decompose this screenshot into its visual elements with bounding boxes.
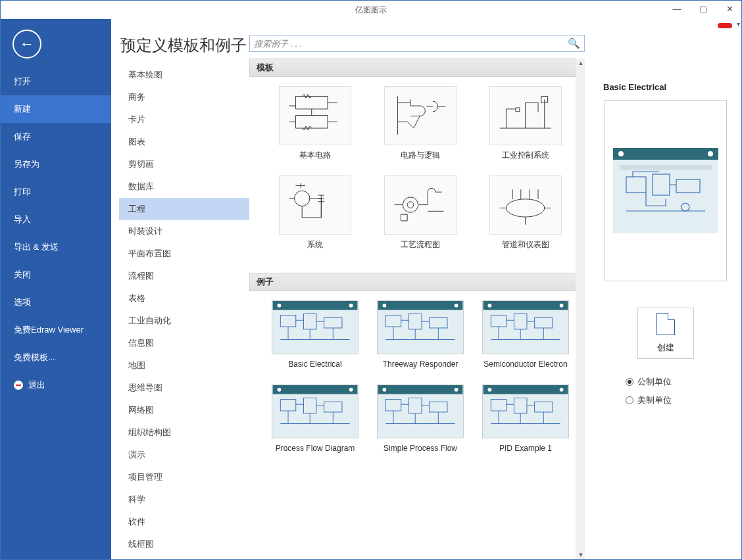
category-item[interactable]: 工程 (119, 198, 249, 220)
search-box[interactable]: 🔍 (249, 35, 585, 52)
svg-point-42 (708, 151, 713, 156)
template-tile[interactable]: 系统 (269, 175, 361, 260)
sidebar-item[interactable]: 退出 (1, 371, 111, 399)
template-tile[interactable]: 电路与逻辑 (374, 86, 466, 170)
svg-rect-13 (385, 315, 401, 327)
sidebar-item-label: 另存为 (14, 158, 39, 170)
svg-rect-9 (324, 317, 342, 328)
example-tile[interactable]: Basic Electrical (269, 300, 361, 379)
create-button[interactable]: 创建 (637, 308, 694, 359)
svg-rect-25 (280, 399, 295, 411)
svg-point-2 (408, 202, 414, 208)
app-title: 亿图图示 (355, 5, 387, 16)
template-thumb (279, 86, 351, 145)
svg-point-11 (382, 304, 386, 308)
scrollbar[interactable]: ▲ ▼ (576, 58, 586, 559)
example-tile[interactable]: Process Flow Diagram (269, 385, 361, 463)
category-item[interactable]: 网络图 (119, 399, 249, 421)
category-item[interactable]: 数据库 (119, 175, 249, 198)
svg-point-41 (618, 151, 624, 156)
minimize-button[interactable]: — (668, 2, 686, 15)
sidebar-item[interactable]: 免费Edraw Viewer (1, 316, 111, 344)
category-item[interactable]: 剪切画 (119, 153, 249, 175)
template-tile[interactable]: 基本电路 (269, 86, 361, 170)
svg-point-3 (507, 199, 545, 217)
category-item[interactable]: 项目管理 (119, 466, 249, 488)
sidebar-item[interactable]: 关闭 (1, 261, 111, 289)
category-item[interactable]: 卡片 (119, 108, 249, 131)
imperial-radio[interactable]: 美制单位 (626, 394, 672, 406)
template-label: 工艺流程图 (401, 240, 440, 260)
template-label: 基本电路 (299, 151, 331, 170)
template-tile[interactable]: 工艺流程图 (374, 175, 466, 260)
category-item[interactable]: 商务 (119, 86, 249, 108)
template-tile[interactable]: 工业控制系统 (480, 86, 572, 170)
category-item[interactable]: 工业自动化 (119, 310, 249, 332)
category-item[interactable]: 线框图 (119, 533, 249, 555)
example-label: Threeway Responder (383, 360, 458, 379)
scroll-down-icon[interactable]: ▼ (578, 551, 584, 558)
category-item[interactable]: 软件 (119, 511, 249, 533)
example-tile[interactable]: Simple Process Flow (374, 385, 466, 463)
back-button[interactable]: ← (12, 30, 41, 58)
example-thumb (482, 300, 569, 354)
selected-template-title: Basic Electrical (602, 82, 666, 92)
sidebar-item[interactable]: 另存为 (1, 151, 111, 178)
sidebar-item[interactable]: 导出 & 发送 (1, 233, 111, 261)
exit-icon (14, 381, 23, 390)
template-thumb (384, 86, 457, 145)
category-item[interactable]: 流程图 (119, 265, 249, 287)
template-label: 工业控制系统 (502, 151, 549, 170)
radio-icon (626, 396, 633, 404)
category-item[interactable]: 信息图 (119, 332, 249, 354)
category-item[interactable]: 表格 (119, 287, 249, 310)
svg-rect-16 (483, 301, 568, 310)
example-tile[interactable]: Threeway Responder (374, 300, 466, 379)
svg-point-5 (277, 304, 281, 308)
sidebar-item[interactable]: 新建 (1, 95, 111, 123)
sidebar: ← 打开新建保存另存为打印导入导出 & 发送关闭选项免费Edraw Viewer… (1, 19, 111, 559)
example-tile[interactable]: Semiconductor Electron (480, 300, 572, 379)
category-item[interactable]: 组织结构图 (119, 421, 249, 444)
search-icon[interactable]: 🔍 (568, 37, 580, 49)
category-item[interactable]: 基本绘图 (119, 64, 249, 86)
close-button[interactable]: ✕ (720, 2, 739, 15)
preview-box (605, 100, 727, 281)
template-tile[interactable]: 管道和仪表图 (480, 175, 572, 260)
sidebar-item[interactable]: 保存 (1, 123, 111, 151)
svg-rect-31 (385, 399, 401, 411)
example-thumb (272, 385, 359, 438)
category-item[interactable]: 地图 (119, 354, 249, 377)
sidebar-item[interactable]: 选项 (1, 289, 111, 316)
sidebar-item-label: 导入 (14, 214, 31, 225)
sidebar-item-label: 免费Edraw Viewer (14, 324, 84, 336)
sidebar-item[interactable]: 导入 (1, 206, 111, 233)
svg-point-30 (455, 388, 458, 392)
category-item[interactable]: 演示 (119, 444, 249, 466)
category-item[interactable]: 思维导图 (119, 377, 249, 399)
metric-radio[interactable]: 公制单位 (626, 376, 672, 388)
sidebar-item-label: 免费模板... (14, 352, 55, 363)
sidebar-item-label: 保存 (14, 131, 31, 143)
search-input[interactable] (254, 39, 568, 49)
svg-rect-27 (324, 402, 342, 412)
category-item[interactable]: 平面布置图 (119, 243, 249, 265)
template-thumb (279, 175, 351, 235)
svg-rect-21 (535, 317, 553, 328)
sidebar-item[interactable]: 打印 (1, 178, 111, 206)
sidebar-item-label: 关闭 (14, 269, 31, 281)
sidebar-item[interactable]: 打开 (1, 68, 111, 95)
maximize-button[interactable]: ▢ (694, 2, 712, 15)
example-tile[interactable]: PID Example 1 (480, 385, 572, 463)
template-thumb (489, 86, 562, 145)
right-panel: Basic Electrical 创建 公制单位 (595, 60, 741, 559)
user-indicator[interactable] (718, 23, 732, 28)
category-item[interactable]: 最近所用模板 (119, 555, 249, 560)
svg-rect-32 (408, 398, 422, 413)
category-item[interactable]: 时装设计 (119, 220, 249, 243)
svg-point-24 (349, 388, 353, 392)
sidebar-item[interactable]: 免费模板... (1, 344, 111, 371)
scroll-up-icon[interactable]: ▲ (578, 60, 584, 66)
category-item[interactable]: 科学 (119, 488, 249, 511)
category-item[interactable]: 图表 (119, 131, 249, 153)
